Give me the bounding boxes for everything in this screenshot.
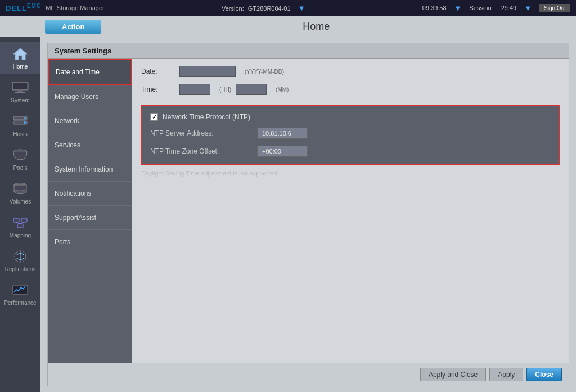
svg-marker-0 (14, 48, 27, 60)
date-row: Date: (YYYY-MM-DD) (141, 66, 560, 77)
product-name: ME Storage Manager (46, 4, 105, 11)
daylight-note: Daylight Saving Time adjustment is not s… (141, 169, 560, 177)
nav-item-date-time[interactable]: Date and Time (48, 59, 132, 85)
time-hh-hint: (HH) (219, 87, 231, 93)
sidebar-label-hosts: Hosts (13, 131, 28, 137)
sidebar-item-pools[interactable]: Pools (0, 143, 40, 175)
hosts-icon (11, 114, 29, 129)
dell-logo: DELLEMC (6, 3, 41, 12)
nav-item-network[interactable]: Network (48, 109, 132, 133)
time-mm-hint: (MM) (276, 87, 289, 93)
content-area: System Settings Date and Time Manage Use… (40, 37, 576, 392)
time-label: Time: (141, 85, 175, 93)
performance-icon (11, 282, 29, 298)
action-button[interactable]: Action (45, 20, 101, 34)
sidebar: Home System Host (0, 37, 40, 392)
ntp-server-input[interactable] (257, 128, 308, 139)
ntp-box: ✓ Network Time Protocol (NTP) NTP Server… (141, 105, 560, 165)
sidebar-item-hosts[interactable]: Hosts (0, 109, 40, 142)
nav-item-services[interactable]: Services (48, 133, 132, 157)
sidebar-item-system[interactable]: System (0, 75, 40, 108)
sign-out-button[interactable]: Sign Out (539, 4, 570, 12)
sidebar-item-volumes[interactable]: Volumes (0, 177, 40, 209)
volumes-icon (11, 181, 29, 197)
ntp-header: ✓ Network Time Protocol (NTP) (150, 113, 551, 121)
sidebar-label-volumes: Volumes (10, 199, 31, 205)
download-icon-2[interactable]: ▼ (454, 4, 462, 12)
time-row: Time: (HH) (MM) (141, 84, 560, 95)
settings-footer: Apply and Close Apply Close (48, 363, 569, 386)
nav-item-notifications[interactable]: Notifications (48, 182, 132, 206)
pools-icon (11, 147, 29, 163)
nav-item-manage-users[interactable]: Manage Users (48, 85, 132, 109)
settings-nav: Date and Time Manage Users Network Servi… (48, 59, 132, 363)
date-input[interactable] (179, 66, 236, 77)
checkbox-check-icon: ✓ (152, 114, 157, 121)
ntp-checkbox[interactable]: ✓ (150, 113, 158, 121)
sidebar-label-performance: Performance (4, 300, 36, 306)
version-value: GT280R004-01 (248, 5, 291, 12)
nav-label-network: Network (55, 117, 79, 125)
time-mm-input[interactable] (236, 84, 267, 95)
svg-rect-14 (21, 218, 27, 222)
mapping-icon (11, 215, 29, 231)
sidebar-label-home: Home (13, 64, 28, 70)
date-label: Date: (141, 67, 175, 75)
settings-content: Date: (YYYY-MM-DD) Time: (HH) (MM) (132, 59, 569, 363)
ntp-timezone-input[interactable] (257, 146, 308, 157)
svg-rect-15 (17, 224, 23, 228)
sidebar-label-pools: Pools (13, 165, 27, 171)
nav-label-services: Services (55, 141, 80, 149)
nav-label-notifications: Notifications (55, 190, 91, 197)
download-icon[interactable]: ▼ (298, 4, 305, 12)
settings-body: Date and Time Manage Users Network Servi… (48, 59, 569, 363)
svg-point-7 (24, 117, 26, 119)
ntp-server-row: NTP Server Address: (150, 128, 551, 139)
version-label: Version: (222, 5, 244, 12)
ntp-timezone-row: NTP Time Zone Offset: (150, 146, 551, 157)
sidebar-label-replications: Replications (5, 266, 35, 272)
main-layout: Home System Host (0, 37, 576, 392)
sidebar-item-mapping[interactable]: Mapping (0, 210, 40, 243)
nav-item-ports[interactable]: Ports (48, 230, 132, 254)
nav-item-support-assist[interactable]: SupportAssist (48, 206, 132, 230)
sidebar-item-replications[interactable]: Replications (0, 244, 40, 277)
svg-rect-13 (14, 218, 19, 222)
session-time: 29:49 (501, 4, 517, 11)
nav-label-support-assist: SupportAssist (55, 214, 96, 222)
top-bar: DELLEMC ME Storage Manager Version: GT28… (0, 0, 576, 16)
sidebar-item-performance[interactable]: Performance (0, 278, 40, 310)
settings-panel: System Settings Date and Time Manage Use… (47, 43, 569, 386)
apply-button[interactable]: Apply (489, 368, 523, 381)
svg-rect-2 (14, 83, 27, 89)
apply-and-close-button[interactable]: Apply and Close (420, 368, 486, 381)
svg-point-8 (24, 121, 26, 124)
nav-label-ports: Ports (55, 238, 70, 246)
nav-item-system-info[interactable]: System Information (48, 157, 132, 182)
ntp-server-label: NTP Server Address: (150, 129, 251, 137)
replications-icon (11, 249, 29, 264)
ntp-label: Network Time Protocol (NTP) (163, 113, 250, 121)
svg-rect-4 (15, 92, 25, 93)
nav-label-manage-users: Manage Users (55, 93, 98, 101)
system-icon (11, 80, 29, 96)
nav-label-system-info: System Information (55, 165, 112, 173)
system-time: 09:39:58 (422, 4, 447, 11)
page-title: Home (101, 21, 531, 33)
svg-rect-3 (17, 91, 23, 92)
time-hh-input[interactable] (179, 84, 210, 95)
top-bar-left: DELLEMC ME Storage Manager (6, 3, 105, 12)
nav-label-date-time: Date and Time (56, 68, 100, 76)
top-bar-right: 09:39:58 ▼ Session: 29:49 ▼ Sign Out (422, 4, 570, 12)
ntp-timezone-label: NTP Time Zone Offset: (150, 147, 251, 155)
session-label: Session: (469, 4, 493, 11)
top-bar-center: Version: GT280R004-01 ▼ (222, 4, 305, 12)
home-icon (11, 46, 29, 62)
download-icon-3[interactable]: ▼ (524, 4, 532, 12)
sidebar-label-system: System (11, 97, 29, 103)
action-bar: Action Home (0, 16, 576, 37)
svg-point-12 (14, 190, 26, 194)
close-button[interactable]: Close (526, 368, 562, 381)
settings-title: System Settings (48, 43, 569, 59)
sidebar-item-home[interactable]: Home (0, 42, 40, 74)
